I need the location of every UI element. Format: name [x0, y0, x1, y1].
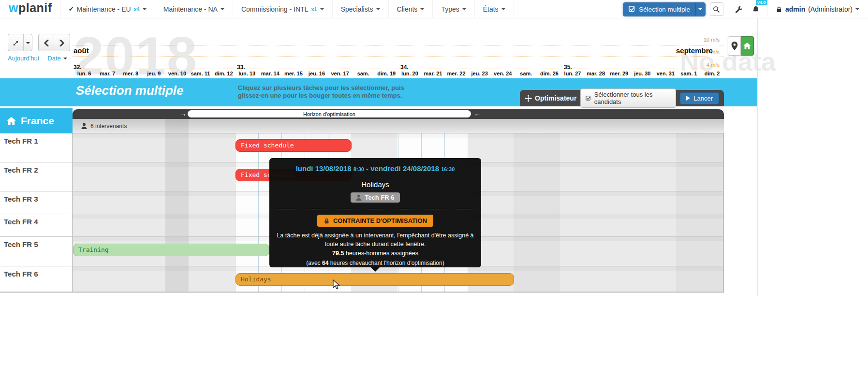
zoom-caret-button[interactable]: [24, 34, 32, 51]
fit-range-button[interactable]: [8, 34, 24, 51]
resource-label: Tech FR 5: [0, 237, 73, 266]
task-holidays[interactable]: Holidays: [235, 273, 514, 286]
launch-button[interactable]: Lancer: [680, 92, 719, 104]
group-header-france[interactable]: France: [0, 108, 73, 133]
task-training[interactable]: Training: [73, 244, 269, 256]
day-header: lun. 20: [398, 71, 421, 76]
day-header: sam.: [352, 71, 375, 76]
horizon-left-arrow[interactable]: →: [180, 110, 187, 117]
menu-label: Maintenance - EU: [77, 5, 131, 13]
tooltip-hours-value: 79.5: [332, 250, 344, 257]
multi-select-button[interactable]: Sélection multiple: [623, 3, 695, 16]
day-header: dim. 26: [538, 71, 561, 76]
tooltip-body-line2: toute autre tâche durant cette fenêtre.: [276, 240, 474, 248]
optimizer-label-group: Optimisateur: [525, 94, 576, 102]
person-icon: [81, 123, 87, 129]
tooltip-constraint-badge: CONTRAINTE D'OPTIMISATION: [317, 215, 433, 227]
menu-label: Commissioning - INTL: [241, 5, 308, 13]
tooltip-end-time: 16:30: [441, 166, 455, 172]
chevron-down-icon: [376, 8, 380, 10]
menu-maintenance-eu[interactable]: ✔ Maintenance - EU x4: [60, 0, 155, 18]
banner-description: Cliquez sur plusieurs tâches pour les sé…: [238, 84, 404, 100]
tooltip-separator: [277, 209, 473, 209]
launch-label: Lancer: [693, 95, 713, 102]
count-badge: x1: [311, 6, 317, 12]
resource-label: Tech FR 2: [0, 162, 73, 191]
settings-wrench-button[interactable]: [733, 5, 745, 14]
banner-desc-line2: glissez-en une pour les bouger toutes en…: [238, 92, 404, 100]
check-square-icon: [629, 6, 635, 13]
multi-select-banner: Sélection multiple Cliquez sur plusieurs…: [0, 78, 757, 106]
today-link[interactable]: Aujourd'hui: [8, 55, 39, 62]
previous-period-button[interactable]: [39, 34, 54, 51]
today-column-shade: [165, 119, 189, 133]
search-button[interactable]: [710, 2, 723, 16]
chevron-down-icon: [855, 8, 859, 10]
banner-title: Sélection multiple: [76, 83, 184, 98]
tooltip-overlap-prefix: (avec: [306, 260, 320, 266]
horizon-right-arrow[interactable]: ←: [474, 110, 481, 117]
home-view-button[interactable]: [741, 36, 754, 56]
chevron-down-icon: [221, 8, 224, 10]
move-arrows-icon: [525, 95, 532, 102]
menu-specialists[interactable]: Specialists: [333, 0, 389, 18]
menu-clients[interactable]: Clients: [389, 0, 433, 18]
tooltip-hours-label: heures-hommes assignées: [346, 250, 418, 257]
day-header: ven. 10: [165, 71, 189, 76]
menu-label: Specialists: [341, 5, 373, 13]
navbar-right: Sélection multiple v4.0 admin (A: [623, 0, 863, 18]
day-header: mer. 8: [119, 71, 142, 76]
week-number: 35.: [564, 64, 572, 71]
main-menu: ✔ Maintenance - EU x4 Maintenance - NA C…: [60, 0, 514, 18]
date-dropdown[interactable]: Date: [47, 55, 67, 62]
day-header: jeu. 9: [142, 71, 165, 76]
next-period-button[interactable]: [54, 34, 70, 51]
menu-etats[interactable]: États: [475, 0, 514, 18]
tooltip-assignee: Tech FR 6: [365, 194, 394, 201]
tooltip-overlap-value: 64: [322, 260, 328, 266]
tooltip-end-date: vendredi 24/08/2018: [370, 164, 439, 173]
chevron-down-icon: [420, 8, 424, 10]
day-header: lun. 6: [73, 71, 96, 76]
day-header: mer. 22: [445, 71, 468, 76]
menu-types[interactable]: Types: [433, 0, 474, 18]
menu-label: Types: [441, 5, 459, 13]
tooltip-task-name: Holidays: [276, 180, 474, 189]
select-all-label: Sélectionner tous les candidats: [594, 91, 671, 105]
task-fixed-schedule-1[interactable]: Fixed schedule: [235, 139, 352, 152]
day-header: lun. 27: [561, 71, 584, 76]
day-header: dim. 12: [212, 71, 235, 76]
app-logo[interactable]: wplanif: [0, 1, 60, 17]
date-links: Aujourd'hui Date: [8, 55, 74, 62]
chevron-left-icon: [44, 40, 49, 46]
resource-label: Tech FR 3: [0, 191, 73, 214]
version-badge: v4.0: [756, 0, 767, 5]
day-header: jeu. 16: [305, 71, 328, 76]
day-header: ven. 17: [328, 71, 352, 76]
day-header: jeu. 30: [631, 71, 654, 76]
menu-maintenance-na[interactable]: Maintenance - NA: [155, 0, 233, 18]
menu-label: Maintenance - NA: [163, 5, 218, 13]
map-home-split-button: [728, 36, 754, 56]
day-header-row: lun. 6 mar. 7 mer. 8 jeu. 9 ven. 10 sam.…: [73, 71, 724, 76]
multi-select-caret[interactable]: [695, 3, 705, 16]
tooltip-overlap-suffix: heures chevauchant l'horizon d'optimisat…: [330, 260, 444, 266]
map-marker-button[interactable]: [728, 36, 741, 56]
notifications-button[interactable]: v4.0: [749, 5, 763, 14]
tooltip-date-range: lundi 13/08/2018 8:30 - vendredi 24/08/2…: [276, 164, 474, 173]
optimization-horizon-strip: → Horizon d'optimisation ←: [73, 109, 724, 119]
navigate-button-group: [38, 34, 70, 51]
day-header: dim. 2: [701, 71, 724, 76]
select-all-candidates-button[interactable]: Sélectionner tous les candidats: [580, 88, 676, 108]
count-badge: x4: [134, 6, 140, 12]
week-number: 33.: [237, 64, 245, 71]
horizon-label: Horizon d'optimisation: [303, 111, 355, 117]
menu-commissioning-intl[interactable]: Commissioning - INTL x1: [233, 0, 333, 18]
wind-speed-label: 4 m/s: [691, 62, 720, 68]
tooltip-assignee-badge: Tech FR 6: [351, 192, 399, 203]
optimization-horizon-handle[interactable]: Horizon d'optimisation: [188, 110, 471, 117]
tooltip-start-date: lundi 13/08/2018: [296, 164, 352, 173]
user-menu[interactable]: admin (Administrator): [772, 5, 863, 13]
wind-gridline: [73, 69, 724, 69]
day-header: lun. 13: [235, 71, 259, 76]
